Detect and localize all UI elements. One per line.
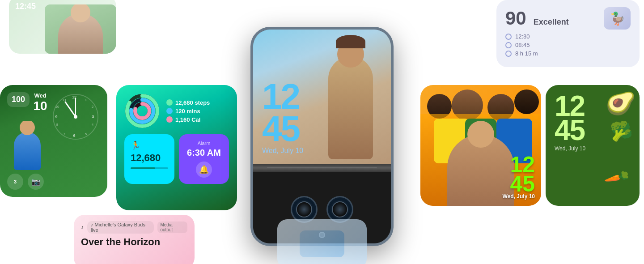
time-item-3: 8 h 15 m [505,50,631,57]
camera-lens-right [326,196,353,223]
music-source: ♪ Michelle's Galaxy Buds live [87,221,154,234]
mins-stat: 120 mins [166,108,210,115]
svg-text:8: 8 [56,123,59,127]
air-quality-score: 90 [505,8,526,29]
camera-lens-left-inner [296,201,312,217]
phone-hinge [253,164,391,172]
music-output-label: Media output [157,221,187,233]
steps-icon: 🏃 [131,141,168,150]
bottom-center-shape [300,230,344,257]
svg-text:7: 7 [64,132,66,136]
svg-text:9: 9 [55,115,57,119]
steps-progress-fill [131,167,155,169]
carrot-icon: 🥕 [602,163,631,192]
clock-svg: 12 3 6 9 1 2 4 5 7 8 10 11 [51,92,100,141]
fitness-top: 12,680 steps 120 mins 1,160 Cal [124,93,229,129]
lock-person-area [7,141,100,170]
svg-point-15 [74,115,77,119]
avocado-icon: 🥑 [604,87,637,119]
steps-dot [166,99,173,106]
face-4 [514,89,539,114]
music-note-icon: ♪ [81,224,84,230]
time-value-3: 8 h 15 m [515,50,538,57]
alarm-card: Alarm 6:30 AM 🔔 [179,134,229,184]
activity-rings [124,93,160,129]
phone-time-display: 12 45 Wed, July 10 [262,81,303,155]
food-widget-content: 12 45 Wed, July 10 🥑 🥦 🥕 [555,94,631,197]
lock-badge: 100 [7,92,30,107]
music-top-bar: ♪ ♪ Michelle's Galaxy Buds live Media ou… [81,221,187,234]
svg-text:10: 10 [55,105,59,109]
top-left-time: 12:45 [15,2,36,11]
group-clock-time: 12 45 [503,155,535,193]
air-quality-header: 90 Excellent 🦆 [505,7,631,30]
analog-clock: 12 3 6 9 1 2 4 5 7 8 10 11 [51,92,100,141]
alarm-label: Alarm [198,141,211,146]
alarm-icon: 🔔 [196,162,212,178]
lock-bottom-icons: 3 📷 [7,174,100,190]
svg-text:6: 6 [73,133,75,138]
phone-time-big: 12 45 [262,81,303,145]
bird-icon: 🦆 [604,7,631,30]
mins-value-label: 120 mins [175,108,200,115]
fitness-bottom: 🏃 12,680 Alarm 6:30 AM 🔔 [124,134,229,184]
svg-text:11: 11 [63,98,67,102]
rings-svg [124,93,160,129]
svg-text:2: 2 [92,105,94,109]
mins-dot [166,108,173,114]
lock-date: 10 [33,99,47,113]
broccoli-icon: 🥦 [610,120,634,143]
phone-hinge-line [267,167,377,168]
time-dot-1 [505,34,512,40]
phone-top-screen: 12 45 Wed, July 10 [253,30,391,164]
group-photo-bg: 12 45 Wed, July 10 [420,85,541,206]
lock-person-figure [7,121,47,170]
food-clock-date: Wed, July 10 [555,145,631,152]
svg-line-13 [65,102,76,117]
dark-food-widget: 12 45 Wed, July 10 🥑 🥦 🥕 [546,85,640,206]
phone-date: Wed, July 10 [262,147,303,155]
top-right-air-quality-widget: 90 Excellent 🦆 12:30 08:45 8 h 15 m [496,0,640,67]
steps-progress-bar [131,167,168,169]
top-left-person-image [45,4,116,54]
steps-card: 🏃 12,680 [124,134,174,184]
alarm-time: 6:30 AM [187,148,221,158]
svg-text:5: 5 [85,132,87,136]
camera-lens-left [291,196,318,223]
front-person-head [467,121,494,148]
calories-stat: 1,160 Cal [166,116,210,123]
time-item-2: 08:45 [505,42,631,48]
calories-dot [166,116,173,123]
steps-stat: 12,680 steps [166,99,210,106]
time-dot-3 [505,51,512,57]
time-item-1: 12:30 [505,33,631,40]
top-left-person-widget: 12:45 [9,0,116,54]
fitness-stats: 12,680 steps 120 mins 1,160 Cal [166,99,210,123]
group-photo-widget: 12 45 Wed, July 10 [420,85,541,206]
time-dot-2 [505,42,512,48]
fitness-widget: 12,680 steps 120 mins 1,160 Cal 🏃 12,680 [116,85,237,210]
lock-notification-count: 3 [7,174,23,190]
lock-camera-icon[interactable]: 📷 [28,174,44,190]
svg-text:4: 4 [92,123,94,127]
green-lock-widget: 100 Wed 10 12 3 6 9 1 2 4 5 7 8 10 11 [0,85,107,197]
music-widget[interactable]: ♪ ♪ Michelle's Galaxy Buds live Media ou… [74,215,195,264]
bottom-center-widget [277,219,367,264]
camera-lens-right-inner [332,201,348,217]
music-track-title: Over the Horizon [81,236,187,248]
group-clock-overlay: 12 45 Wed, July 10 [503,155,535,200]
calories-value-label: 1,160 Cal [175,116,200,123]
air-quality-times: 12:30 08:45 8 h 15 m [505,33,631,59]
time-value-2: 08:45 [515,42,530,48]
phone-person [315,30,386,159]
svg-text:1: 1 [85,98,87,102]
air-quality-label: Excellent [534,17,569,27]
svg-text:3: 3 [92,115,94,119]
time-value-1: 12:30 [515,33,530,40]
steps-value-label: 12,680 steps [175,99,210,106]
group-clock-date: Wed, July 10 [503,193,535,200]
steps-card-value: 12,680 [131,152,168,164]
phone-device: 12 45 Wed, July 10 [250,27,394,246]
lock-day: Wed [34,92,46,99]
